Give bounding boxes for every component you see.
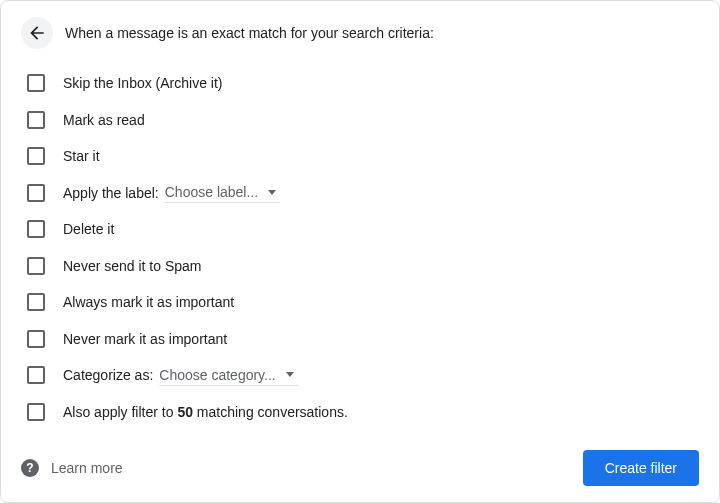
label-also-apply: Also apply filter to 50 matching convers… xyxy=(63,404,348,420)
header-text: When a message is an exact match for you… xyxy=(65,25,434,41)
label-always-important: Always mark it as important xyxy=(63,294,234,310)
option-star-it: Star it xyxy=(21,138,699,175)
label-never-spam: Never send it to Spam xyxy=(63,258,202,274)
option-never-spam: Never send it to Spam xyxy=(21,248,699,285)
label-star-it: Star it xyxy=(63,148,100,164)
also-apply-prefix: Also apply filter to xyxy=(63,404,177,420)
option-categorize: Categorize as: Choose category... xyxy=(21,357,699,394)
arrow-left-icon xyxy=(27,23,47,43)
also-apply-suffix: matching conversations. xyxy=(193,404,348,420)
option-mark-read: Mark as read xyxy=(21,102,699,139)
chevron-down-icon xyxy=(286,372,294,377)
footer: ? Learn more Create filter xyxy=(21,434,699,486)
options-list: Skip the Inbox (Archive it) Mark as read… xyxy=(21,65,699,430)
header-row: When a message is an exact match for you… xyxy=(21,17,699,49)
filter-actions-panel: When a message is an exact match for you… xyxy=(0,0,720,503)
dropdown-choose-label-text: Choose label... xyxy=(165,184,258,200)
label-categorize: Categorize as: xyxy=(63,367,153,383)
dropdown-choose-category[interactable]: Choose category... xyxy=(159,365,297,386)
option-delete-it: Delete it xyxy=(21,211,699,248)
checkbox-never-important[interactable] xyxy=(27,330,45,348)
dropdown-choose-label[interactable]: Choose label... xyxy=(165,182,280,203)
back-button[interactable] xyxy=(21,17,53,49)
learn-more-link[interactable]: Learn more xyxy=(51,460,123,476)
chevron-down-icon xyxy=(268,190,276,195)
dropdown-choose-category-text: Choose category... xyxy=(159,367,275,383)
checkbox-delete-it[interactable] xyxy=(27,220,45,238)
checkbox-apply-label[interactable] xyxy=(27,184,45,202)
option-apply-label: Apply the label: Choose label... xyxy=(21,175,699,212)
label-skip-inbox: Skip the Inbox (Archive it) xyxy=(63,75,223,91)
checkbox-also-apply[interactable] xyxy=(27,403,45,421)
footer-left: ? Learn more xyxy=(21,459,123,477)
option-skip-inbox: Skip the Inbox (Archive it) xyxy=(21,65,699,102)
label-never-important: Never mark it as important xyxy=(63,331,227,347)
checkbox-never-spam[interactable] xyxy=(27,257,45,275)
option-always-important: Always mark it as important xyxy=(21,284,699,321)
create-filter-button[interactable]: Create filter xyxy=(583,450,699,486)
help-icon[interactable]: ? xyxy=(21,459,39,477)
checkbox-mark-read[interactable] xyxy=(27,111,45,129)
label-apply-label: Apply the label: xyxy=(63,185,159,201)
checkbox-always-important[interactable] xyxy=(27,293,45,311)
label-mark-read: Mark as read xyxy=(63,112,145,128)
label-delete-it: Delete it xyxy=(63,221,114,237)
option-never-important: Never mark it as important xyxy=(21,321,699,358)
checkbox-categorize[interactable] xyxy=(27,366,45,384)
checkbox-star-it[interactable] xyxy=(27,147,45,165)
also-apply-count: 50 xyxy=(177,404,193,420)
option-also-apply: Also apply filter to 50 matching convers… xyxy=(21,394,699,431)
checkbox-skip-inbox[interactable] xyxy=(27,74,45,92)
